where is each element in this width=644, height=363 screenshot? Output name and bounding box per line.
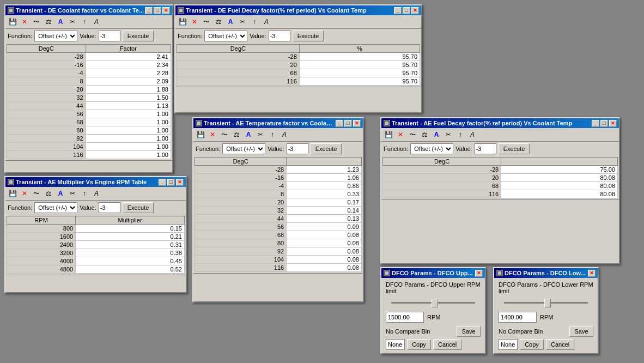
table-cell[interactable]: 2.28 bbox=[86, 69, 171, 77]
table-cell[interactable]: 0.52 bbox=[76, 265, 185, 274]
table-cell[interactable]: 1.23 bbox=[287, 166, 362, 174]
table-cell[interactable]: 20 bbox=[7, 86, 86, 94]
table-cell[interactable]: 1.06 bbox=[287, 174, 362, 182]
wave-icon[interactable]: 〜 bbox=[31, 16, 42, 27]
table-row[interactable]: -2875.00 bbox=[383, 166, 618, 174]
function-select[interactable]: Offset (+/-) bbox=[410, 143, 453, 154]
table-row[interactable]: 440.13 bbox=[195, 215, 362, 223]
balance-icon[interactable]: ⚖ bbox=[419, 129, 430, 140]
table-cell[interactable]: -16 bbox=[195, 174, 287, 182]
table-cell[interactable]: 56 bbox=[7, 110, 86, 118]
font-icon[interactable]: A bbox=[55, 188, 66, 199]
table-row[interactable]: 560.09 bbox=[195, 223, 362, 231]
table-cell[interactable]: 1.00 bbox=[86, 151, 171, 159]
table-cell[interactable]: 0.08 bbox=[287, 247, 362, 256]
close-icon[interactable]: ✕ bbox=[19, 188, 30, 199]
table-cell[interactable]: 0.33 bbox=[287, 190, 362, 198]
table-row[interactable]: -161.06 bbox=[195, 174, 362, 182]
fuel-decay-title-bar[interactable]: Transient - DE Fuel Decay factor(% ref p… bbox=[175, 5, 421, 15]
close-icon[interactable]: ✕ bbox=[395, 129, 406, 140]
table-row[interactable]: 80.33 bbox=[195, 190, 362, 198]
table-row[interactable]: 8000.15 bbox=[7, 225, 185, 233]
table-cell[interactable]: 104 bbox=[7, 143, 86, 151]
table-cell[interactable]: 800 bbox=[7, 225, 76, 233]
execute-button[interactable]: Execute bbox=[123, 31, 154, 41]
table-cell[interactable]: 1.00 bbox=[86, 135, 171, 143]
balance-icon[interactable]: ⚖ bbox=[43, 188, 54, 199]
execute-button[interactable]: Execute bbox=[123, 202, 154, 213]
cut-icon[interactable]: ✂ bbox=[443, 129, 454, 140]
ae-multiplier-title-bar[interactable]: Transient - AE Multiplier Vs Engine RPM … bbox=[5, 177, 186, 187]
table-cell[interactable]: 75.00 bbox=[501, 166, 618, 174]
table-cell[interactable]: 1.88 bbox=[86, 86, 171, 94]
wave-icon[interactable]: 〜 bbox=[219, 129, 230, 140]
table-cell[interactable]: 1.50 bbox=[86, 94, 171, 102]
maximize-button[interactable]: □ bbox=[344, 120, 352, 127]
table-cell[interactable]: 8 bbox=[195, 190, 287, 198]
minimize-button[interactable]: _ bbox=[145, 7, 153, 14]
table-cell[interactable]: 0.38 bbox=[76, 249, 185, 257]
table-cell[interactable]: 68 bbox=[7, 118, 86, 126]
table-cell[interactable]: 1.00 bbox=[86, 118, 171, 126]
table-row[interactable]: 680.08 bbox=[195, 231, 362, 239]
table-cell[interactable]: 116 bbox=[177, 77, 300, 86]
table-cell[interactable]: -28 bbox=[195, 166, 287, 174]
minimize-button[interactable]: _ bbox=[592, 120, 599, 127]
font-icon[interactable]: A bbox=[243, 129, 254, 140]
table-cell[interactable]: 0.08 bbox=[287, 231, 362, 239]
table-cell[interactable]: 2400 bbox=[7, 241, 76, 249]
dfco-lower-slider-thumb[interactable] bbox=[544, 299, 551, 307]
maximize-button[interactable]: □ bbox=[167, 179, 175, 186]
close-button[interactable]: ✕ bbox=[162, 7, 170, 14]
table-cell[interactable]: 80 bbox=[195, 239, 287, 247]
function-select[interactable]: Offset (+/-) bbox=[34, 31, 77, 41]
text-icon[interactable]: A bbox=[279, 129, 290, 140]
table-row[interactable]: 320.14 bbox=[195, 207, 362, 215]
close-button[interactable]: ✕ bbox=[353, 120, 361, 127]
close-button[interactable]: ✕ bbox=[475, 270, 483, 277]
table-cell[interactable]: 0.17 bbox=[287, 198, 362, 207]
dfco-lower-value-input[interactable] bbox=[499, 312, 537, 323]
table-cell[interactable]: 1.00 bbox=[86, 110, 171, 118]
table-cell[interactable]: 68 bbox=[383, 182, 501, 190]
table-row[interactable]: 1041.00 bbox=[7, 143, 171, 151]
table-row[interactable]: 441.13 bbox=[7, 102, 171, 110]
table-cell[interactable]: 80.08 bbox=[501, 182, 618, 190]
value-input[interactable] bbox=[269, 31, 290, 41]
save-icon[interactable]: 💾 bbox=[177, 16, 188, 27]
table-row[interactable]: 6880.08 bbox=[383, 182, 618, 190]
execute-button[interactable]: Execute bbox=[293, 31, 324, 41]
save-icon[interactable]: 💾 bbox=[7, 188, 18, 199]
cut-icon[interactable]: ✂ bbox=[67, 188, 78, 199]
table-cell[interactable]: 0.14 bbox=[287, 207, 362, 215]
table-cell[interactable]: 92 bbox=[195, 247, 287, 256]
table-row[interactable]: 1161.00 bbox=[7, 151, 171, 159]
value-input[interactable] bbox=[287, 143, 308, 154]
dfco-upper-title-bar[interactable]: DFCO Params - DFCO Upp... ✕ bbox=[381, 268, 485, 278]
value-input[interactable] bbox=[475, 143, 496, 154]
dfco-upper-cancel-button[interactable]: Cancel bbox=[433, 339, 461, 350]
dfco-lower-copy-button[interactable]: Copy bbox=[520, 339, 544, 350]
table-cell[interactable]: 20 bbox=[195, 198, 287, 207]
table-row[interactable]: 82.09 bbox=[7, 77, 171, 86]
h-scrollbar[interactable] bbox=[193, 273, 363, 281]
function-select[interactable]: Offset (+/-) bbox=[204, 31, 247, 41]
up-icon[interactable]: ↑ bbox=[455, 129, 466, 140]
execute-button[interactable]: Execute bbox=[499, 143, 530, 154]
close-icon[interactable]: ✕ bbox=[19, 16, 30, 27]
table-cell[interactable]: 0.09 bbox=[287, 223, 362, 231]
font-icon[interactable]: A bbox=[431, 129, 442, 140]
table-row[interactable]: -42.28 bbox=[7, 69, 171, 77]
balance-icon[interactable]: ⚖ bbox=[231, 129, 242, 140]
table-row[interactable]: 2095.70 bbox=[177, 61, 420, 69]
table-row[interactable]: 200.17 bbox=[195, 198, 362, 207]
table-cell[interactable]: 44 bbox=[195, 215, 287, 223]
table-cell[interactable]: 44 bbox=[7, 102, 86, 110]
table-cell[interactable]: 95.70 bbox=[299, 53, 420, 61]
wave-icon[interactable]: 〜 bbox=[407, 129, 418, 140]
coolant-factor-title-bar[interactable]: Transient - DE Coolant factor vs Coolant… bbox=[5, 5, 172, 15]
table-row[interactable]: 16000.21 bbox=[7, 233, 185, 241]
table-row[interactable]: -40.86 bbox=[195, 182, 362, 190]
table-cell[interactable]: 80.08 bbox=[501, 174, 618, 182]
table-cell[interactable]: 92 bbox=[7, 135, 86, 143]
